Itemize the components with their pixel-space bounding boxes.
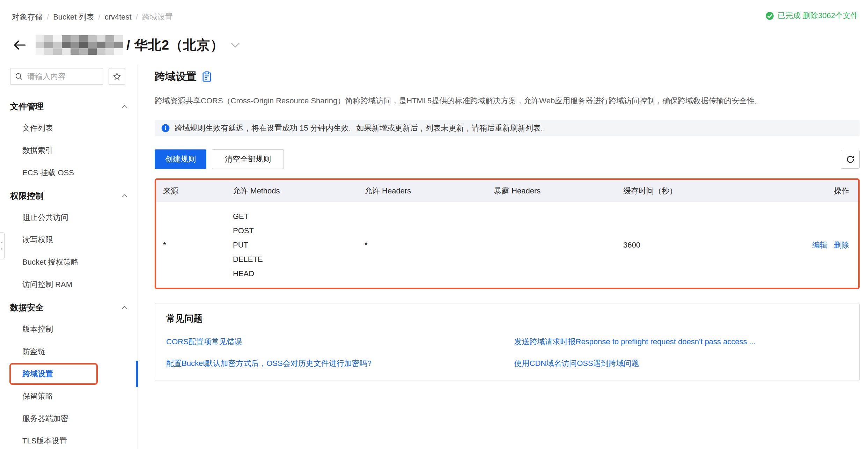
sidebar-section: 权限控制阻止公共访问读写权限Bucket 授权策略访问控制 RAM — [0, 190, 138, 296]
breadcrumb-item[interactable]: crv4test — [105, 13, 132, 22]
section-title: 跨域设置 — [155, 69, 197, 84]
page-title: / 华北2（北京） — [126, 36, 224, 54]
sidebar-section: 数据安全版本控制防盗链跨域设置保留策略服务器端加密TLS版本设置 — [0, 302, 138, 449]
sidebar-section-label: 文件管理 — [10, 101, 44, 112]
cache-time-cell: 3600 — [616, 241, 770, 250]
sidebar-section-header[interactable]: 权限控制 — [10, 190, 127, 201]
sidebar-item-label: 服务器端加密 — [22, 413, 68, 424]
breadcrumb-separator: / — [98, 13, 101, 22]
info-banner-text: 跨域规则生效有延迟，将在设置成功 15 分钟内生效。如果新增或更新后，列表未更新… — [175, 123, 549, 133]
task-status-text: 已完成 删除3062个文件 — [778, 10, 858, 21]
sidebar-item-label: 跨域设置 — [22, 369, 53, 379]
column-header: 操作 — [770, 186, 858, 196]
faq-column: CORS配置项常见错误配置Bucket默认加密方式后，OSS会对历史文件进行加密… — [166, 337, 500, 369]
sidebar-item-label: 读写权限 — [22, 235, 53, 245]
sidebar-item-读写权限[interactable]: 读写权限 — [0, 229, 138, 251]
delete-link[interactable]: 删除 — [834, 241, 849, 249]
drawer-handle[interactable] — [0, 232, 5, 259]
sidebar-item-TLS版本设置[interactable]: TLS版本设置 — [0, 430, 138, 449]
sidebar-item-label: Bucket 授权策略 — [22, 257, 79, 267]
search-icon — [15, 72, 23, 81]
top-bar: 对象存储/Bucket 列表/crv4test/跨域设置 已完成 删除3062个… — [0, 0, 868, 22]
sidebar-section-label: 权限控制 — [10, 190, 44, 201]
sidebar-item-跨域设置[interactable]: 跨域设置 — [0, 363, 138, 385]
faq-links: CORS配置项常见错误配置Bucket默认加密方式后，OSS会对历史文件进行加密… — [166, 337, 848, 369]
sidebar-section-header[interactable]: 数据安全 — [10, 302, 127, 313]
breadcrumb-item[interactable]: 对象存储 — [12, 12, 43, 22]
faq-link[interactable]: 发送跨域请求时报Response to preflight request do… — [514, 337, 848, 347]
faq-link[interactable]: CORS配置项常见错误 — [166, 337, 500, 347]
oss-cors-settings-page: { "breadcrumb": { "separator": "/", "ite… — [0, 0, 868, 449]
clear-all-rules-button[interactable]: 清空全部规则 — [212, 149, 284, 169]
faq-column: 发送跨域请求时报Response to preflight request do… — [514, 337, 848, 369]
breadcrumb-separator: / — [47, 13, 49, 22]
column-header: 暴露 Headers — [487, 186, 616, 196]
rules-table-header: 来源允许 Methods允许 Headers暴露 Headers缓存时间（秒）操… — [156, 180, 858, 202]
favorites-button[interactable] — [109, 68, 125, 85]
sidebar: 文件管理文件列表数据索引ECS 挂载 OSS权限控制阻止公共访问读写权限Buck… — [0, 65, 138, 449]
edit-link[interactable]: 编辑 — [812, 241, 827, 249]
sidebar-item-ECS 挂载 OSS[interactable]: ECS 挂载 OSS — [0, 162, 138, 184]
chevron-up-icon — [122, 105, 127, 108]
faq-link[interactable]: 配置Bucket默认加密方式后，OSS会对历史文件进行加密吗? — [166, 358, 500, 369]
sidebar-item-访问控制 RAM[interactable]: 访问控制 RAM — [0, 273, 138, 296]
sidebar-item-label: 版本控制 — [22, 324, 53, 334]
content-title-row: 跨域设置 — [155, 69, 860, 84]
sidebar-item-Bucket 授权策略[interactable]: Bucket 授权策略 — [0, 251, 138, 273]
allowed-headers-cell: * — [358, 241, 487, 250]
refresh-button[interactable] — [841, 150, 860, 169]
sidebar-item-label: 文件列表 — [22, 123, 53, 133]
sidebar-nav: 文件管理文件列表数据索引ECS 挂载 OSS权限控制阻止公共访问读写权限Buck… — [0, 101, 138, 449]
info-icon — [161, 124, 170, 133]
sidebar-item-保留策略[interactable]: 保留策略 — [0, 385, 138, 407]
column-header: 来源 — [156, 186, 226, 196]
chevron-up-icon — [122, 306, 127, 309]
sidebar-item-label: 保留策略 — [22, 391, 53, 402]
search-input[interactable] — [27, 72, 99, 81]
actions-cell: 编辑删除 — [770, 240, 858, 250]
clipboard-icon[interactable] — [202, 71, 212, 82]
check-circle-icon — [765, 11, 774, 21]
column-header: 缓存时间（秒） — [616, 186, 770, 196]
chevron-down-icon[interactable] — [231, 43, 240, 48]
sidebar-item-版本控制[interactable]: 版本控制 — [0, 318, 138, 340]
task-status[interactable]: 已完成 删除3062个文件 — [765, 10, 858, 21]
sidebar-item-数据索引[interactable]: 数据索引 — [0, 139, 138, 162]
sidebar-item-label: 访问控制 RAM — [22, 279, 72, 290]
sidebar-section-header[interactable]: 文件管理 — [10, 101, 127, 112]
sidebar-item-label: ECS 挂载 OSS — [22, 168, 74, 178]
sidebar-item-防盗链[interactable]: 防盗链 — [0, 340, 138, 363]
breadcrumb-separator: / — [136, 13, 138, 22]
sidebar-item-服务器端加密[interactable]: 服务器端加密 — [0, 407, 138, 430]
page-header: / 华北2（北京） — [13, 34, 240, 56]
back-button[interactable] — [13, 40, 27, 50]
sidebar-item-阻止公共访问[interactable]: 阻止公共访问 — [0, 206, 138, 229]
faq-card: 常见问题 CORS配置项常见错误配置Bucket默认加密方式后，OSS会对历史文… — [155, 303, 860, 381]
column-header: 允许 Methods — [226, 186, 358, 196]
breadcrumb: 对象存储/Bucket 列表/crv4test/跨域设置 — [12, 12, 173, 22]
breadcrumb-item[interactable]: Bucket 列表 — [53, 12, 94, 22]
info-banner: 跨域规则生效有延迟，将在设置成功 15 分钟内生效。如果新增或更新后，列表未更新… — [155, 120, 860, 136]
sidebar-item-label: 防盗链 — [22, 346, 45, 357]
search-box — [10, 68, 103, 85]
sidebar-section: 文件管理文件列表数据索引ECS 挂载 OSS — [0, 101, 138, 184]
sidebar-item-label: TLS版本设置 — [22, 436, 67, 446]
sidebar-section-label: 数据安全 — [10, 302, 44, 313]
content: 跨域设置 跨域资源共享CORS（Cross-Origin Resource Sh… — [138, 65, 868, 449]
faq-link[interactable]: 使用CDN域名访问OSS遇到跨域问题 — [514, 358, 848, 369]
refresh-icon — [846, 155, 855, 164]
column-header: 允许 Headers — [358, 186, 487, 196]
toolbar: 创建规则 清空全部规则 — [155, 149, 860, 169]
chevron-up-icon — [122, 194, 127, 198]
methods-cell: GET POST PUT DELETE HEAD — [226, 209, 358, 281]
sidebar-item-文件列表[interactable]: 文件列表 — [0, 117, 138, 139]
breadcrumb-item: 跨域设置 — [142, 12, 173, 22]
create-rule-button[interactable]: 创建规则 — [155, 149, 206, 169]
rule-row: *GET POST PUT DELETE HEAD*3600编辑删除 — [156, 202, 858, 288]
rules-table-annotation-box: 来源允许 Methods允许 Headers暴露 Headers缓存时间（秒）操… — [155, 178, 860, 289]
arrow-left-icon — [13, 40, 27, 50]
sidebar-item-label: 数据索引 — [22, 145, 53, 156]
sidebar-search-row — [10, 68, 138, 85]
sidebar-item-label: 阻止公共访问 — [22, 212, 68, 223]
faq-title: 常见问题 — [166, 312, 848, 325]
